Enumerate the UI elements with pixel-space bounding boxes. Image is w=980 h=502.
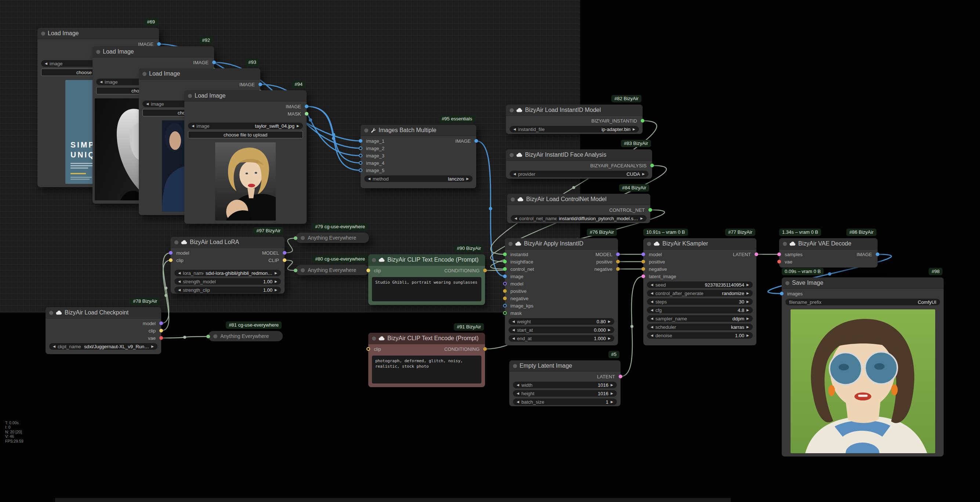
combo-right-arrow[interactable]: ▶ (745, 283, 750, 287)
combo-right-arrow[interactable]: ▶ (641, 172, 646, 176)
widget-batch_size[interactable]: ◀batch_size1▶ (513, 399, 617, 405)
combo-left-arrow[interactable]: ◀ (649, 334, 654, 337)
collapse-dot[interactable] (510, 153, 514, 157)
input-port-negative[interactable] (641, 267, 645, 271)
collapse-dot[interactable] (785, 281, 789, 285)
input-port-clip[interactable] (169, 258, 173, 262)
combo-left-arrow[interactable]: ◀ (515, 383, 520, 387)
output-port-IMAGE[interactable] (212, 60, 216, 64)
widget-lora_name[interactable]: ◀lora_namesdxl-lora-ghibli/ghibli_redmon… (174, 270, 281, 276)
node-bizyair-load-checkpoint-78[interactable]: #78 BizyAirBizyAir Load Checkpointmodelc… (46, 307, 161, 354)
combo-left-arrow[interactable]: ◀ (512, 172, 517, 176)
combo-left-arrow[interactable]: ◀ (52, 345, 57, 348)
combo-right-arrow[interactable]: ▶ (745, 300, 750, 303)
combo-right-arrow[interactable]: ▶ (745, 317, 750, 320)
input-port-image_4[interactable] (359, 161, 363, 165)
widget-steps[interactable]: ◀steps30▶ (647, 298, 753, 305)
collapse-dot[interactable] (301, 268, 305, 272)
node-bizyair-ksampler-77[interactable]: 10.91s – vram 0 B#77 BizyAirBizyAir KSam… (643, 238, 756, 345)
node-graph-canvas[interactable]: #69Load ImageIMAGEMASK◀image▶choose file… (0, 0, 980, 502)
input-port-image_1[interactable] (359, 139, 363, 143)
combo-right-arrow[interactable]: ▶ (607, 328, 612, 332)
widget-strength_model[interactable]: ◀strength_model1.00▶ (174, 278, 281, 285)
node-header[interactable]: BizyAir InstantID Face Analysis (506, 149, 652, 161)
output-port-IMAGE[interactable] (305, 105, 309, 108)
combo-right-arrow[interactable]: ▶ (639, 216, 644, 220)
widget-image[interactable]: ◀imagetaylor_swift_04.jpg▶ (188, 122, 303, 129)
node-header[interactable]: Images Batch Multiple (361, 125, 476, 136)
combo-right-arrow[interactable]: ▶ (632, 127, 636, 131)
output-port-BIZYAIR_INSTANTID[interactable] (641, 119, 644, 122)
output-port-BIZYAIR_FACEANALYSIS[interactable] (650, 164, 654, 167)
combo-left-arrow[interactable]: ◀ (649, 308, 654, 312)
widget-seed[interactable]: ◀seed923782351140954▶ (647, 281, 753, 288)
input-port-image_3[interactable] (359, 154, 363, 157)
collapse-dot[interactable] (513, 364, 517, 368)
widget-start_at[interactable]: ◀start_at0.000▶ (509, 327, 614, 333)
input-port-insightface[interactable] (503, 260, 507, 264)
combo-left-arrow[interactable]: ◀ (191, 124, 195, 128)
node-bizyair-clip-text-encode-prompt-90[interactable]: #90 BizyAirBizyAir CLIP Text Encode (Pro… (368, 254, 485, 305)
input-port[interactable] (294, 268, 298, 272)
input-port-image_2[interactable] (359, 146, 363, 150)
combo-right-arrow[interactable]: ▶ (274, 280, 278, 283)
widget-denoise[interactable]: ◀denoise1.00▶ (647, 332, 753, 339)
widget-end_at[interactable]: ◀end_at1.000▶ (509, 335, 614, 342)
output-port-vae[interactable] (159, 336, 163, 340)
node-header[interactable]: BizyAir KSampler (643, 238, 756, 249)
input-port-model[interactable] (503, 282, 507, 286)
node-header[interactable]: BizyAir CLIP Text Encode (Prompt) (368, 254, 485, 266)
combo-right-arrow[interactable]: ▶ (745, 308, 750, 312)
combo-left-arrow[interactable]: ◀ (177, 288, 182, 292)
input-port-positive[interactable] (503, 289, 507, 293)
widget-height[interactable]: ◀height1016▶ (513, 390, 617, 397)
input-port[interactable] (294, 236, 298, 240)
input-port-model[interactable] (641, 253, 645, 256)
combo-left-arrow[interactable]: ◀ (145, 102, 150, 106)
input-port-vae[interactable] (777, 260, 781, 264)
combo-left-arrow[interactable]: ◀ (367, 177, 372, 181)
output-port-IMAGE[interactable] (258, 83, 262, 86)
node-anything-everywhere-80[interactable]: #80 cg-use-everywhereAnything Everywhere (296, 265, 369, 275)
node-header[interactable]: BizyAir CLIP Text Encode (Prompt) (368, 333, 485, 344)
collapse-dot[interactable] (96, 50, 100, 54)
combo-left-arrow[interactable]: ◀ (649, 300, 654, 303)
node-anything-everywhere-81[interactable]: #81 cg-use-everywhereAnything Everywhere (208, 331, 283, 341)
node-save-image-98[interactable]: 0.09s – vram 0 B#98Save Imageimagesfilen… (782, 277, 943, 456)
node-header[interactable]: Empty Latent Image (509, 361, 620, 372)
node-anything-everywhere-79[interactable]: #79 cg-use-everywhereAnything Everywhere (296, 233, 369, 243)
collapse-dot[interactable] (509, 242, 512, 246)
node-bizyair-load-lora-97[interactable]: #97 BizyAirBizyAir Load LoRAmodelclipMOD… (171, 237, 285, 294)
collapse-dot[interactable] (49, 311, 53, 315)
combo-right-arrow[interactable]: ▶ (607, 319, 612, 323)
node-header[interactable]: Load Image (92, 46, 214, 57)
combo-left-arrow[interactable]: ◀ (513, 216, 518, 220)
widget-width[interactable]: ◀width1016▶ (513, 382, 617, 388)
node-bizyair-vae-decode-86[interactable]: 1.34s – vram 0 B#86 BizyAirBizyAir VAE D… (779, 238, 878, 267)
output-port-negative[interactable] (616, 267, 620, 271)
widget-filename_prefix[interactable]: filename_prefixComfyUI (785, 299, 940, 305)
output-port-model[interactable] (159, 321, 163, 325)
output-port-CLIP[interactable] (283, 258, 286, 262)
input-port-mask[interactable] (503, 311, 507, 315)
collapse-dot[interactable] (511, 197, 515, 202)
collapse-dot[interactable] (372, 258, 376, 262)
output-port-positive[interactable] (616, 260, 620, 264)
input-port-images[interactable] (780, 292, 784, 295)
input-port-control_net[interactable] (503, 267, 507, 271)
node-bizyair-load-controlnet-model-84[interactable]: #84 BizyAirBizyAir Load ControlNet Model… (507, 194, 650, 223)
combo-right-arrow[interactable]: ▶ (745, 291, 750, 295)
collapse-dot[interactable] (647, 242, 651, 246)
combo-left-arrow[interactable]: ◀ (511, 319, 516, 323)
combo-left-arrow[interactable]: ◀ (512, 127, 517, 131)
node-header[interactable]: BizyAir Load InstantID Model (506, 105, 643, 116)
combo-right-arrow[interactable]: ▶ (609, 392, 614, 395)
collapse-dot[interactable] (372, 337, 376, 340)
combo-right-arrow[interactable]: ▶ (296, 124, 300, 128)
combo-left-arrow[interactable]: ◀ (649, 283, 654, 287)
combo-right-arrow[interactable]: ▶ (609, 400, 614, 404)
node-header[interactable]: Load Image (139, 68, 260, 79)
combo-right-arrow[interactable]: ▶ (150, 345, 155, 348)
node-header[interactable]: BizyAir Load ControlNet Model (507, 194, 650, 205)
input-port-positive[interactable] (641, 260, 645, 264)
